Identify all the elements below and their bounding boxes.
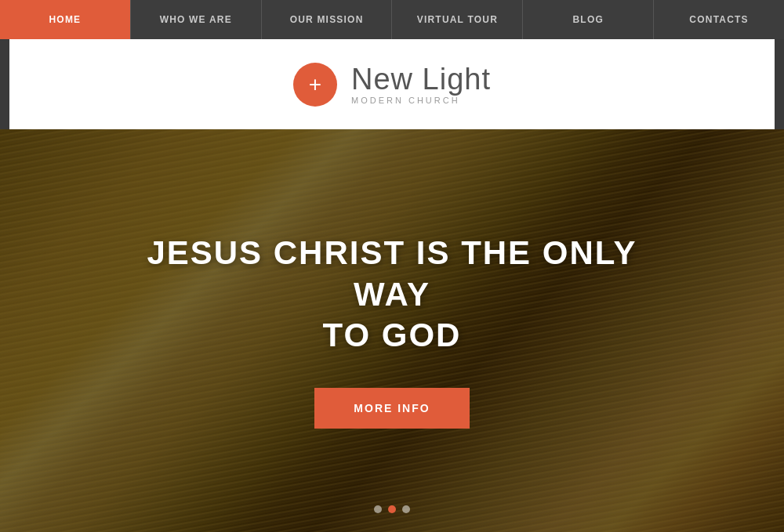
- nav-who-we-are[interactable]: WHO WE ARE: [131, 0, 262, 39]
- cross-icon: +: [309, 74, 321, 96]
- nav-blog[interactable]: BLOG: [523, 0, 654, 39]
- carousel-dots: [374, 505, 410, 513]
- logo-bar: + New Light MODERN CHURCH: [0, 39, 784, 129]
- nav-home[interactable]: HOME: [0, 0, 131, 39]
- logo-icon: +: [293, 63, 337, 107]
- carousel-dot-1[interactable]: [374, 505, 382, 513]
- hero-content: JESUS CHRIST IS THE ONLY WAY TO GOD MORE…: [0, 129, 784, 532]
- logo-name: New Light: [351, 63, 491, 96]
- hero-section: JESUS CHRIST IS THE ONLY WAY TO GOD MORE…: [0, 129, 784, 532]
- carousel-dot-2[interactable]: [388, 505, 396, 513]
- main-nav: HOME WHO WE ARE OUR MISSION VIRTUAL TOUR…: [0, 0, 784, 39]
- logo-text: New Light MODERN CHURCH: [351, 63, 491, 106]
- more-info-button[interactable]: MORE INFO: [314, 388, 469, 429]
- nav-contacts[interactable]: CONTACTS: [654, 0, 784, 39]
- carousel-dot-3[interactable]: [402, 505, 410, 513]
- nav-virtual-tour[interactable]: VIRTUAL TOUR: [392, 0, 523, 39]
- logo-container: + New Light MODERN CHURCH: [293, 63, 491, 107]
- logo-tagline: MODERN CHURCH: [351, 96, 491, 105]
- nav-our-mission[interactable]: OUR MISSION: [262, 0, 393, 39]
- hero-headline: JESUS CHRIST IS THE ONLY WAY TO GOD: [118, 233, 666, 356]
